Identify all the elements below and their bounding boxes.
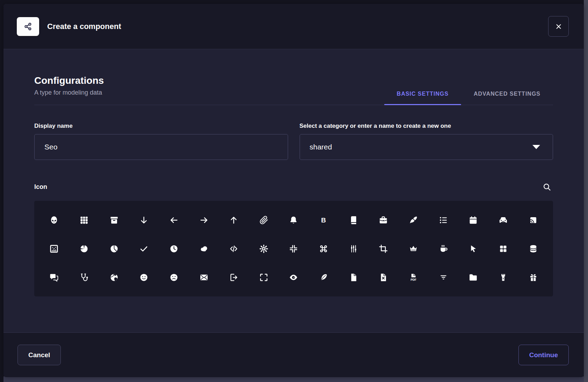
command-icon	[319, 244, 328, 254]
file-icon	[349, 273, 358, 282]
icon-option-chart-pie[interactable]	[99, 238, 129, 259]
alien-icon	[49, 215, 59, 225]
icon-option-feather[interactable]	[309, 267, 339, 287]
continue-button[interactable]: Continue	[518, 345, 569, 365]
icon-option-alien[interactable]	[39, 210, 69, 230]
icon-option-emotion-happy[interactable]	[129, 267, 159, 287]
settings-tabs: BASIC SETTINGS ADVANCED SETTINGS	[384, 91, 553, 105]
icon-option-book[interactable]	[338, 210, 368, 230]
icon-option-eye[interactable]	[279, 267, 309, 287]
page-scrollbar[interactable]	[584, 0, 588, 382]
icon-option-attachment[interactable]	[249, 210, 279, 230]
icon-option-clock[interactable]	[159, 238, 189, 259]
icon-option-chart-circle[interactable]	[69, 238, 99, 259]
display-name-label: Display name	[34, 123, 288, 130]
section-heading: Configurations	[34, 75, 104, 86]
icon-option-exit[interactable]	[219, 267, 249, 287]
icon-search-button[interactable]	[541, 181, 553, 193]
icon-option-arrow-right[interactable]	[189, 210, 219, 230]
icon-option-cast[interactable]	[518, 210, 548, 230]
icon-option-bullet-list[interactable]	[428, 210, 458, 230]
svg-text:B: B	[321, 216, 326, 223]
icon-option-filter[interactable]	[428, 267, 458, 287]
icon-option-arrow-left[interactable]	[159, 210, 189, 230]
icon-option-brush[interactable]	[399, 210, 429, 230]
car-icon	[499, 215, 508, 225]
icon-option-file-error[interactable]	[368, 267, 399, 287]
icon-option-gate[interactable]	[488, 267, 518, 287]
icon-option-cursor[interactable]	[458, 238, 488, 259]
search-icon	[542, 182, 552, 192]
gift-icon	[529, 273, 538, 282]
category-select[interactable]: shared	[300, 134, 553, 160]
icon-option-arrow-up[interactable]	[219, 210, 249, 230]
dialog-body: Configurations A type for modeling data …	[3, 49, 584, 332]
icon-option-crop[interactable]	[368, 238, 399, 259]
cancel-button[interactable]: Cancel	[17, 345, 61, 365]
icon-option-check[interactable]	[129, 238, 159, 259]
icon-option-dashboard[interactable]	[488, 238, 518, 259]
collapse-icon	[289, 244, 298, 254]
icon-option-crown[interactable]	[399, 238, 429, 259]
icon-option-cog[interactable]	[249, 238, 279, 259]
brush-icon	[409, 215, 418, 225]
tab-basic-settings[interactable]: BASIC SETTINGS	[384, 91, 461, 105]
gate-icon	[499, 273, 508, 282]
icon-option-earth[interactable]	[99, 267, 129, 287]
icon-option-expand[interactable]	[249, 267, 279, 287]
arrow-right-icon	[199, 215, 209, 225]
icon-option-collapse[interactable]	[279, 238, 309, 259]
icon-option-connector[interactable]	[338, 238, 368, 259]
icon-option-file[interactable]	[338, 267, 368, 287]
icon-option-envelop[interactable]	[189, 267, 219, 287]
icon-option-emotion-unhappy[interactable]	[159, 267, 189, 287]
expand-icon	[259, 273, 268, 282]
filter-icon	[439, 273, 448, 282]
chart-pie-icon	[109, 244, 119, 254]
tab-advanced-settings[interactable]: ADVANCED SETTINGS	[461, 91, 553, 105]
attachment-icon	[259, 215, 268, 225]
category-field-group: Select a category or enter a name to cre…	[300, 123, 553, 160]
icon-option-bell[interactable]	[279, 210, 309, 230]
earth-icon	[109, 273, 119, 282]
icon-option-file-pdf[interactable]: PDF	[399, 267, 429, 287]
icon-option-folder[interactable]	[458, 267, 488, 287]
arrow-down-icon	[139, 215, 149, 225]
icon-option-cup[interactable]	[428, 238, 458, 259]
icon-option-doctor[interactable]	[69, 267, 99, 287]
icon-option-database[interactable]	[518, 238, 548, 259]
crop-icon	[379, 244, 388, 254]
display-name-input[interactable]	[34, 134, 288, 160]
bold-icon: B	[319, 215, 328, 225]
exit-icon	[229, 273, 238, 282]
icon-option-chart-bubble[interactable]	[39, 238, 69, 259]
check-icon	[139, 244, 149, 254]
arrow-up-icon	[229, 215, 238, 225]
icon-option-code[interactable]	[219, 238, 249, 259]
briefcase-icon	[379, 215, 388, 225]
section-heading-row: Configurations A type for modeling data …	[34, 75, 553, 105]
archive-icon	[109, 215, 119, 225]
icon-option-car[interactable]	[488, 210, 518, 230]
feather-icon	[319, 273, 328, 282]
chevron-down-icon	[532, 145, 540, 149]
emotion-unhappy-icon	[169, 273, 179, 282]
icon-option-bold[interactable]: B	[309, 210, 339, 230]
close-button[interactable]	[548, 16, 569, 37]
icon-option-command[interactable]	[309, 238, 339, 259]
form-row: Display name Select a category or enter …	[34, 123, 553, 160]
icon-option-cloud[interactable]	[189, 238, 219, 259]
icon-option-archive[interactable]	[99, 210, 129, 230]
file-pdf-icon: PDF	[409, 273, 418, 282]
icon-picker-label: Icon	[34, 183, 47, 191]
icon-option-discuss[interactable]	[39, 267, 69, 287]
icon-option-arrow-down[interactable]	[129, 210, 159, 230]
icon-option-gift[interactable]	[518, 267, 548, 287]
section-subheading: A type for modeling data	[34, 89, 104, 96]
dialog-footer: Cancel Continue	[3, 332, 584, 377]
icon-option-apps[interactable]	[69, 210, 99, 230]
dialog-header: Create a component	[3, 4, 584, 49]
icon-option-calendar[interactable]	[458, 210, 488, 230]
dashboard-icon	[499, 244, 508, 254]
icon-option-briefcase[interactable]	[368, 210, 399, 230]
